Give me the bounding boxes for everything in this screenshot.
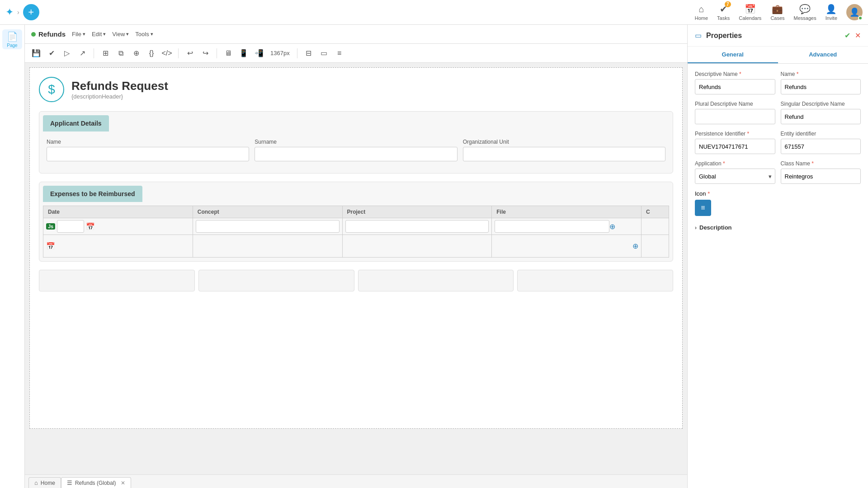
- row1-file-input[interactable]: [495, 220, 609, 233]
- table-row: Js 📅 ⊕: [43, 218, 669, 235]
- application-select[interactable]: Global Custom: [695, 169, 775, 184]
- confirm-button[interactable]: ✔: [844, 31, 850, 40]
- tab-close-icon[interactable]: ✕: [121, 480, 125, 486]
- panel-icon[interactable]: ▭: [317, 47, 331, 60]
- persistence-id-field: Persistence Identifier *: [695, 131, 775, 154]
- application-field: Application * Global Custom ▾: [695, 160, 775, 184]
- close-panel-button[interactable]: ✕: [855, 31, 861, 40]
- description-chevron-icon: ›: [695, 225, 697, 231]
- name-field: Name *: [781, 71, 861, 94]
- row2-project-cell: [343, 235, 492, 257]
- form-header: $ Refunds Request {descriptionHeader}: [39, 77, 673, 102]
- form-icon: $: [39, 77, 64, 102]
- bottom-cell-3: [358, 270, 514, 291]
- layers-icon[interactable]: ⧉: [114, 47, 127, 60]
- code-icon[interactable]: </>: [160, 47, 174, 60]
- calendars-icon: 📅: [745, 4, 756, 14]
- menu-tools[interactable]: Tools ▾: [135, 31, 153, 38]
- nav-chevron-icon[interactable]: ›: [17, 9, 19, 16]
- nav-cases[interactable]: 💼 Cases: [770, 4, 784, 21]
- grid-icon[interactable]: ⊞: [99, 47, 112, 60]
- home-icon: ⌂: [698, 4, 704, 14]
- col-date: Date: [43, 206, 193, 218]
- persistence-id-input[interactable]: [695, 139, 775, 154]
- panel-title: Properties: [706, 32, 840, 40]
- row-plural-singular: Plural Descriptive Name Singular Descrip…: [695, 101, 861, 124]
- layout-icon[interactable]: ⊟: [302, 47, 316, 60]
- redo-icon[interactable]: ↪: [198, 47, 212, 60]
- menu-view[interactable]: View ▾: [112, 31, 129, 38]
- nav-calendars[interactable]: 📅 Calendars: [739, 4, 761, 21]
- row1-concept-input[interactable]: [196, 220, 340, 233]
- content-area: Refunds File ▾ Edit ▾ View ▾ Tools ▾: [25, 25, 687, 488]
- entity-id-input[interactable]: [781, 139, 861, 154]
- status-dot: [31, 32, 36, 37]
- nav-invite[interactable]: 👤 Invite: [826, 4, 837, 21]
- tablet-icon[interactable]: 📱: [237, 47, 250, 60]
- nav-home[interactable]: ⌂ Home: [695, 4, 708, 21]
- class-name-input[interactable]: [781, 169, 861, 184]
- expenses-header: Expenses to be Reimbursed: [43, 186, 142, 202]
- tab-home[interactable]: ⌂ Home: [28, 477, 61, 488]
- menu-file[interactable]: File ▾: [72, 31, 85, 38]
- export-icon[interactable]: ↗: [75, 47, 89, 60]
- nav-tasks[interactable]: ✔ 7 Tasks: [717, 4, 730, 21]
- add-button[interactable]: +: [23, 4, 39, 20]
- tab-general[interactable]: General: [688, 47, 778, 63]
- col-file: File: [492, 206, 642, 218]
- nav-messages[interactable]: 💬 Messages: [794, 4, 816, 21]
- bottom-tab-bar: ⌂ Home ☰ Refunds (Global) ✕: [25, 474, 687, 488]
- panel-tabs: General Advanced: [688, 47, 868, 64]
- row1-project-input[interactable]: [345, 220, 489, 233]
- browser-icon[interactable]: 🖥: [222, 47, 235, 60]
- app-header: Refunds File ▾ Edit ▾ View ▾ Tools ▾: [25, 25, 687, 44]
- org-unit-input[interactable]: [463, 147, 665, 161]
- logo-icon[interactable]: ✦: [5, 6, 14, 18]
- description-toggle[interactable]: › Description: [695, 222, 861, 233]
- calendar-icon-2[interactable]: 📅: [46, 242, 55, 250]
- sidebar-item-page[interactable]: 📄 Page: [2, 29, 22, 49]
- surname-input[interactable]: [255, 147, 457, 161]
- icon-preview[interactable]: ≡: [695, 200, 711, 216]
- zoom-level[interactable]: 1367px: [268, 50, 292, 56]
- name-input[interactable]: [781, 79, 861, 94]
- singular-name-input[interactable]: [781, 109, 861, 124]
- canvas-wrapper: $ Refunds Request {descriptionHeader} Ap…: [25, 63, 687, 474]
- tab-advanced[interactable]: Advanced: [778, 47, 868, 63]
- descriptive-name-input[interactable]: [695, 79, 775, 94]
- tab-refunds[interactable]: ☰ Refunds (Global) ✕: [61, 477, 131, 488]
- tools-chevron-icon: ▾: [151, 31, 153, 37]
- plural-name-input[interactable]: [695, 109, 775, 124]
- undo-icon[interactable]: ↩: [183, 47, 197, 60]
- form-title: Refunds Request: [71, 79, 168, 93]
- separator-4: [297, 48, 297, 58]
- main-area: 📄 Page Refunds File ▾ Edit ▾ View: [0, 25, 868, 488]
- home-tab-icon: ⌂: [34, 479, 38, 486]
- add-file-icon[interactable]: ⊕: [609, 222, 615, 231]
- row2-concept-cell: [193, 235, 343, 257]
- col-project: Project: [343, 206, 492, 218]
- add-file-icon-2[interactable]: ⊕: [632, 242, 638, 250]
- settings-icon[interactable]: ≡: [333, 47, 346, 60]
- flow-icon[interactable]: ⊕: [129, 47, 143, 60]
- save-icon[interactable]: 💾: [29, 47, 43, 60]
- calendar-icon[interactable]: 📅: [86, 222, 95, 231]
- table-header-row: Date Concept Project File C: [43, 206, 669, 218]
- form-subtitle: {descriptionHeader}: [71, 93, 168, 100]
- bottom-cell-2: [198, 270, 354, 291]
- menu-edit[interactable]: Edit ▾: [92, 31, 106, 38]
- row2-c-cell: [642, 235, 669, 257]
- descriptive-name-field: Descriptive Name *: [695, 71, 775, 94]
- applicant-details-header: Applicant Details: [43, 115, 109, 131]
- panel-header: ▭ Properties ✔ ✕: [688, 25, 868, 47]
- view-chevron-icon: ▾: [126, 31, 129, 37]
- mobile-icon[interactable]: 📲: [252, 47, 266, 60]
- name-input[interactable]: [47, 147, 249, 161]
- top-nav-icons: ⌂ Home ✔ 7 Tasks 📅 Calendars 💼 Cases 💬 M…: [695, 4, 863, 21]
- brackets-icon[interactable]: {}: [145, 47, 158, 60]
- check-icon[interactable]: ✔: [45, 47, 58, 60]
- row1-date-input[interactable]: [57, 220, 84, 233]
- user-avatar[interactable]: 👤: [846, 4, 863, 20]
- plural-name-field: Plural Descriptive Name: [695, 101, 775, 124]
- run-icon[interactable]: ▷: [60, 47, 74, 60]
